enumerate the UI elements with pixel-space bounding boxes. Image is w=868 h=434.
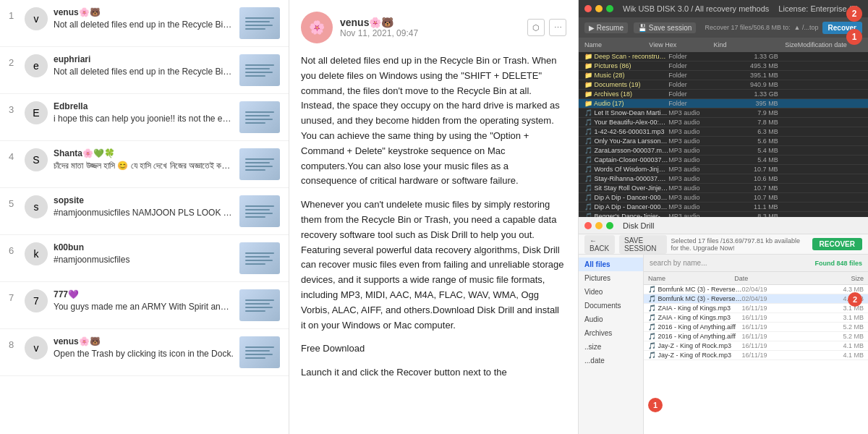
dd-bottom-file-name: 🎵 2016 - King of Anything.aiff <box>648 323 742 331</box>
dd-file-name: 📁 Audio (17) <box>584 100 668 107</box>
dd-bottom-file-date: 02/04/19 <box>742 286 817 293</box>
dd-found-text: Found 848 files <box>814 260 862 267</box>
share-button[interactable]: ⬡ <box>527 19 545 36</box>
dd-bottom-file-row[interactable]: 🎵 Bomfunk MC (3) - Reverse Psychology. 0… <box>644 285 868 294</box>
post-body: Not all deleted files end up in the Recy… <box>301 54 566 380</box>
dd-file-row[interactable]: 🎵 Only You-Zara Larsson-000-37.mp3 MP3 a… <box>579 137 868 146</box>
dd-badge-top-2: 2 <box>846 6 862 22</box>
feed-thumb <box>239 289 280 321</box>
dd-bottom-title: Disk Drill <box>623 221 654 230</box>
dd-sidebar-area: All filesPicturesVideoDocumentsAudioArch… <box>579 255 868 434</box>
dd-bottom-columns: Name Date Size <box>644 272 868 285</box>
dd-file-row[interactable]: 📁 Pictures (86) Folder 495.3 MB <box>579 61 868 71</box>
dd-bottom-file-name: 🎵 2016 - King of Anything.aiff <box>648 333 742 340</box>
dd-resume-btn[interactable]: ▶ Resume <box>584 22 628 33</box>
feed-item-left: S Shanta🌸💚🍀 চাঁদের মাতা উজ্জল হাসি 😊 যে … <box>25 148 234 172</box>
dd-bottom-file-list: 🎵 Bomfunk MC (3) - Reverse Psychology. 0… <box>644 285 868 434</box>
dd-sidebar-item[interactable]: ...date <box>579 354 643 367</box>
avatar: v <box>25 336 48 359</box>
dd-bottom-file-name: 🎵 Bomfunk MC (3) - Reverse Psychology. <box>648 295 742 302</box>
dd-file-row[interactable]: 🎵 Begger's Dance-Jinjer-0000.mp3 MP3 aud… <box>579 212 868 217</box>
feed-username: venus🌸🐻 <box>54 336 234 346</box>
dd-bottom-file-date: 02/04/19 <box>742 295 817 302</box>
feed-text: Open the Trash by clicking its icon in t… <box>54 348 234 360</box>
dd-bottom-file-name: 🎵 ZAIA - King of Kings.mp3 <box>648 305 742 312</box>
dd-file-row[interactable]: 🎵 Dip A Dip - Dancer-000044.mp3 MP3 audi… <box>579 193 868 203</box>
dd-file-row[interactable]: 🎵 Words Of Wisdom-Jinjer-000-48.mp3 MP3 … <box>579 165 868 174</box>
dd-bottom-file-size: 4.1 MB <box>817 342 864 349</box>
dd-file-row[interactable]: 📁 Documents (19) Folder 940.9 MB <box>579 80 868 90</box>
feed-item[interactable]: 3 E Edbrella i hope this can help you jo… <box>0 94 289 141</box>
dd-file-row[interactable]: 🎵 Your Beautifu-Alex-00:48.mp3 MP3 audio… <box>579 118 868 127</box>
dd-file-row[interactable]: 🎵 Captain-Closer-000037.mp3 MP3 audio 5.… <box>579 156 868 165</box>
dd-file-row[interactable]: 🎵 Sit Stay Roll Over-Jinjer-0000.mp3 MP3… <box>579 184 868 193</box>
dd-file-row[interactable]: 🎵 Let It Snow-Dean Martin-00:47.mp3 MP3 … <box>579 109 868 118</box>
dd-sidebar-item[interactable]: All files <box>579 258 643 271</box>
dd-file-row[interactable]: 📁 Deep Scan - reconstructed (278) Folder… <box>579 52 868 61</box>
dd-search-bar: search by name... Found 848 files <box>644 255 868 272</box>
avatar: s <box>25 195 48 218</box>
dd-close-dot-bottom[interactable] <box>584 222 592 229</box>
dd-file-kind: MP3 audio <box>668 175 736 182</box>
dd-minimize-dot[interactable] <box>595 5 603 12</box>
dd-sidebar-item[interactable]: Documents <box>579 299 643 312</box>
feed-item[interactable]: 8 v venus🌸🐻 Open the Trash by clicking i… <box>0 329 289 376</box>
dd-bottom-file-row[interactable]: 🎵 ZAIA - King of Kings.mp3 16/11/19 3.1 … <box>644 313 868 323</box>
dd-file-row[interactable]: 🎵 1-42-42-56-000031.mp3 MP3 audio 6.3 MB <box>579 127 868 137</box>
dd-sidebar-item[interactable]: Audio <box>579 312 643 326</box>
feed-item[interactable]: 1 v venus🌸🐻 Not all deleted files end up… <box>0 0 289 47</box>
dd-close-dot[interactable] <box>584 5 592 12</box>
dd-titlebar-top: Wik USB DISK 3.0 / All recovery methods … <box>579 0 868 17</box>
feed-item[interactable]: 6 k k00bun #namjoonmusicfiles <box>0 235 289 282</box>
dd-sidebar-item[interactable]: ..size <box>579 340 643 354</box>
feed-item-left: v venus🌸🐻 Not all deleted files end up i… <box>25 7 234 31</box>
dd-sidebar-item[interactable]: Video <box>579 285 643 299</box>
dd-bottom-file-date: 16/11/19 <box>742 352 817 359</box>
avatar: k <box>25 242 48 265</box>
dd-file-row[interactable]: 📁 Music (28) Folder 395.1 MB <box>579 71 868 80</box>
feed-item-left: 7 777💜 You guys made me an ARMY With Spi… <box>25 289 234 313</box>
dd-save-session-btn[interactable]: 💾 Save session <box>634 22 696 33</box>
dd-sidebar-item[interactable]: Pictures <box>579 271 643 285</box>
dd-title-top: Wik USB DISK 3.0 / All recovery methods <box>623 4 769 13</box>
dd-bottom-file-row[interactable]: 🎵 2016 - King of Anything.aiff 16/11/19 … <box>644 323 868 332</box>
dd-bottom-col-date: Date <box>734 275 820 282</box>
dd-min-dot-bottom[interactable] <box>595 222 603 229</box>
feed-thumb <box>239 195 280 227</box>
feed-thumb <box>239 54 280 86</box>
dd-save-session-bottom-btn[interactable]: SAVE SESSION <box>619 235 666 254</box>
feed-thumb <box>239 242 280 274</box>
dd-file-row[interactable]: 🎵 Dip A Dip - Dancer-000044.mp3 MP3 audi… <box>579 203 868 212</box>
dd-file-row[interactable]: 🎵 ZaraLarsson-000037.mp3 MP3 audio 5.4 M… <box>579 146 868 156</box>
dd-file-row[interactable]: 📁 Audio (17) Folder 395 MB <box>579 99 868 109</box>
dd-back-btn[interactable]: ← BACK <box>584 235 615 254</box>
dd-bottom-file-row[interactable]: 🎵 2016 - King of Anything.aiff 16/11/19 … <box>644 332 868 341</box>
dd-bottom-file-date: 16/11/19 <box>742 333 817 340</box>
dd-bottom-file-row[interactable]: 🎵 ZAIA - King of Kings.mp3 16/11/19 3.1 … <box>644 304 868 313</box>
post-actions: ⬡ ⋯ <box>527 19 566 36</box>
dd-bottom-file-row[interactable]: 🎵 Bomfunk MC (3) - Reverse Psychology. 0… <box>644 294 868 304</box>
dd-file-size: 7.9 MB <box>736 109 778 116</box>
feed-item[interactable]: 5 s sopsite #namjoonmusicfiles NAMJOON P… <box>0 188 289 235</box>
dd-file-row[interactable]: 📁 Archives (18) Folder 1.33 GB <box>579 90 868 99</box>
more-button[interactable]: ⋯ <box>549 19 566 36</box>
dd-file-row[interactable]: 🎵 Stay-Rihanna-000037.mp3 MP3 audio 10.6… <box>579 174 868 184</box>
dd-full-dot-bottom[interactable] <box>606 222 613 229</box>
dd-bottom-file-size: 4.1 MB <box>817 352 864 359</box>
feed-username: euphriari <box>54 54 234 64</box>
dd-file-name: 🎵 Let It Snow-Dean Martin-00:47.mp3 <box>584 109 668 116</box>
dd-bottom-file-row[interactable]: 🎵 Jay-Z - King of Rock.mp3 16/11/19 4.1 … <box>644 341 868 351</box>
dd-file-kind: Folder <box>668 62 736 69</box>
dd-bottom-file-name: 🎵 Bomfunk MC (3) - Reverse Psychology. <box>648 286 742 293</box>
feed-item[interactable]: 2 e euphriari Not all deleted files end … <box>0 47 289 94</box>
dd-recover-bottom-btn[interactable]: RECOVER <box>812 238 862 250</box>
dd-bottom-file-row[interactable]: 🎵 Jay-Z - King of Rock.mp3 16/11/19 4.1 … <box>644 351 868 360</box>
dd-fullscreen-dot[interactable] <box>606 5 613 12</box>
feed-item[interactable]: 4 S Shanta🌸💚🍀 চাঁদের মাতা উজ্জল হাসি 😊 য… <box>0 141 289 188</box>
feed-content: venus🌸🐻 Open the Trash by clicking its i… <box>54 336 234 360</box>
dd-search-placeholder: search by name... <box>650 259 814 267</box>
dd-file-name: 📁 Music (28) <box>584 72 668 79</box>
dd-sidebar-item[interactable]: Archives <box>579 326 643 340</box>
feed-text: Not all deleted files end up in the Recy… <box>54 66 234 78</box>
feed-item[interactable]: 7 7 777💜 You guys made me an ARMY With S… <box>0 282 289 329</box>
